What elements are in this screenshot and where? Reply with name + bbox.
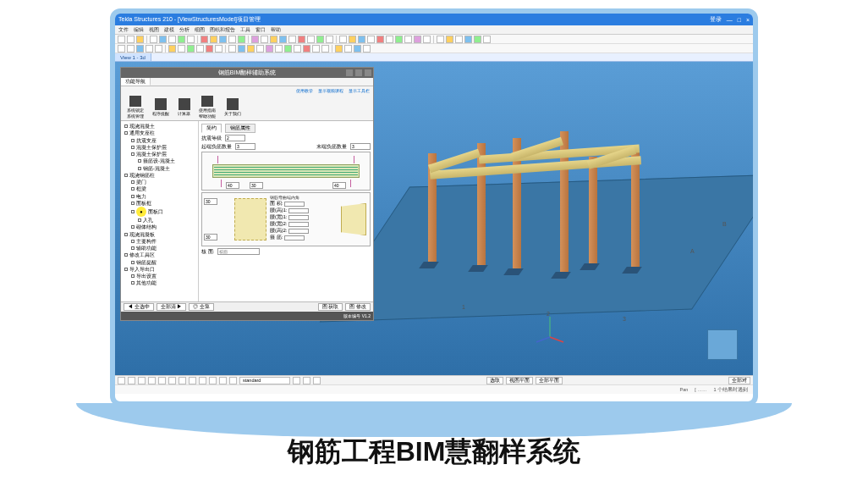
tree-node[interactable]: 通用支座柱: [123, 130, 196, 136]
tool-btn[interactable]: [354, 45, 361, 53]
tree-node[interactable]: 导出设置: [123, 273, 196, 279]
tool-btn[interactable]: [196, 45, 204, 53]
tool-btn[interactable]: [335, 45, 343, 53]
tool-btn[interactable]: [238, 36, 245, 43]
tool-btn[interactable]: [127, 36, 135, 43]
tool-btn[interactable]: [307, 36, 315, 43]
tool-btn[interactable]: [363, 45, 371, 53]
tool-btn[interactable]: [228, 36, 236, 43]
btn-pick[interactable]: 图 获取: [318, 303, 343, 311]
tool-btn[interactable]: [178, 36, 185, 43]
btn-selectall[interactable]: ◀ 全选中: [124, 303, 154, 311]
tool-btn[interactable]: [251, 36, 259, 43]
tree-node[interactable]: 梁门: [123, 179, 196, 185]
min-icon[interactable]: —: [727, 17, 733, 23]
tree-node[interactable]: 抗震支座: [123, 137, 196, 144]
ribbon-remind[interactable]: 程序提醒: [150, 96, 172, 119]
tool-btn[interactable]: [344, 45, 352, 53]
param-input[interactable]: [288, 208, 309, 213]
panel-tree[interactable]: 现浇混凝土通用支座柱抗震支座混凝土保护层混凝土保护层箍筋设-混凝土钢筋-混凝土现…: [121, 121, 199, 301]
sb-icon[interactable]: [199, 377, 206, 384]
tool-btn[interactable]: [206, 45, 213, 53]
input-startbars[interactable]: [235, 143, 255, 150]
menu-tool[interactable]: 工具: [240, 26, 250, 34]
btn-modify[interactable]: 图 修改: [345, 303, 371, 311]
tool-btn[interactable]: [210, 36, 217, 43]
tool-btn[interactable]: [303, 45, 310, 53]
tree-node[interactable]: 面板框: [123, 200, 196, 207]
tool-btn[interactable]: [414, 36, 421, 43]
panel-close-icon[interactable]: [365, 69, 371, 76]
viewcube[interactable]: [707, 329, 738, 360]
ribbon-guide[interactable]: 使用指南帮助功能: [196, 96, 218, 119]
menu-file[interactable]: 文件: [118, 26, 129, 34]
tree-node[interactable]: 修改工具区: [123, 252, 196, 258]
tool-btn[interactable]: [136, 36, 144, 43]
param-input[interactable]: [288, 222, 309, 227]
combo-standard[interactable]: standard: [239, 377, 290, 384]
tool-btn[interactable]: [219, 36, 227, 43]
menu-analyze[interactable]: 分析: [179, 26, 190, 34]
panel-tab-nav[interactable]: 功能导航: [121, 78, 151, 86]
tool-btn[interactable]: [178, 45, 185, 53]
max-icon[interactable]: □: [738, 17, 741, 23]
tree-node[interactable]: 框梁: [123, 185, 196, 192]
param-input[interactable]: [288, 229, 309, 234]
tool-btn[interactable]: [367, 36, 375, 43]
tree-node[interactable]: 其他功能: [123, 279, 196, 286]
sb-icon[interactable]: [219, 377, 227, 384]
3d-viewport[interactable]: 1 2 3 A B 钢筋BIM翻样辅助系统 功能导航: [115, 62, 753, 375]
tool-btn[interactable]: [321, 45, 329, 53]
axis-gizmo[interactable]: [533, 312, 567, 346]
tree-node[interactable]: ●面板口: [123, 207, 196, 217]
tool-btn[interactable]: [284, 45, 292, 53]
tool-btn[interactable]: [298, 36, 305, 43]
param-input[interactable]: [284, 235, 305, 240]
subtab-rebar[interactable]: 钢筋属性: [225, 124, 255, 133]
tree-node[interactable]: 辅助功能: [123, 245, 196, 252]
sb-icon[interactable]: [138, 377, 146, 384]
menu-model[interactable]: 建模: [164, 26, 174, 34]
sb-icon[interactable]: [128, 377, 135, 384]
tool-btn[interactable]: [187, 36, 195, 43]
tool-btn[interactable]: [395, 36, 403, 43]
menu-edit[interactable]: 编辑: [134, 26, 144, 34]
menu-drawing[interactable]: 图纸和报告: [210, 26, 235, 34]
view-tab-3d[interactable]: View 1 - 3d: [115, 53, 151, 61]
help-teach[interactable]: 使用教学: [296, 88, 313, 93]
tool-btn[interactable]: [294, 45, 301, 53]
btn-allpair[interactable]: 全部对: [728, 377, 750, 384]
tool-btn[interactable]: [266, 45, 273, 53]
panel-min-icon[interactable]: [346, 69, 353, 76]
tree-node[interactable]: 导入导出口: [123, 266, 196, 273]
sb-icon[interactable]: [158, 377, 166, 384]
btn-viewplane[interactable]: 视图平面: [506, 377, 533, 384]
sb-icon[interactable]: [189, 377, 196, 384]
tool-btn[interactable]: [279, 36, 287, 43]
param-input[interactable]: [284, 202, 305, 207]
sb-icon[interactable]: [303, 377, 310, 384]
sb-icon[interactable]: [168, 377, 176, 384]
dim-d5[interactable]: [204, 234, 217, 240]
tool-btn[interactable]: [215, 45, 222, 53]
dim-d2[interactable]: [250, 182, 263, 189]
tool-btn[interactable]: [404, 36, 412, 43]
tool-btn[interactable]: [423, 36, 431, 43]
tool-btn[interactable]: [201, 36, 208, 43]
tree-node[interactable]: 现浇钢筋柱: [123, 172, 196, 179]
tree-node[interactable]: 现浇混凝板: [123, 231, 196, 238]
tool-btn[interactable]: [155, 45, 162, 53]
tree-node[interactable]: 电力: [123, 193, 196, 200]
tree-node[interactable]: 砌体结构: [123, 224, 196, 230]
tool-btn[interactable]: [187, 45, 195, 53]
tool-btn[interactable]: [326, 36, 333, 43]
tool-btn[interactable]: [386, 36, 393, 43]
menu-window[interactable]: 窗口: [255, 26, 266, 34]
tool-btn[interactable]: [474, 36, 481, 43]
ribbon-lock[interactable]: 系统锁定系统管理: [124, 96, 146, 119]
close-icon[interactable]: ×: [746, 17, 750, 23]
tool-btn[interactable]: [168, 45, 176, 53]
tool-btn[interactable]: [464, 36, 472, 43]
tool-btn[interactable]: [455, 36, 463, 43]
tool-btn[interactable]: [261, 36, 268, 43]
